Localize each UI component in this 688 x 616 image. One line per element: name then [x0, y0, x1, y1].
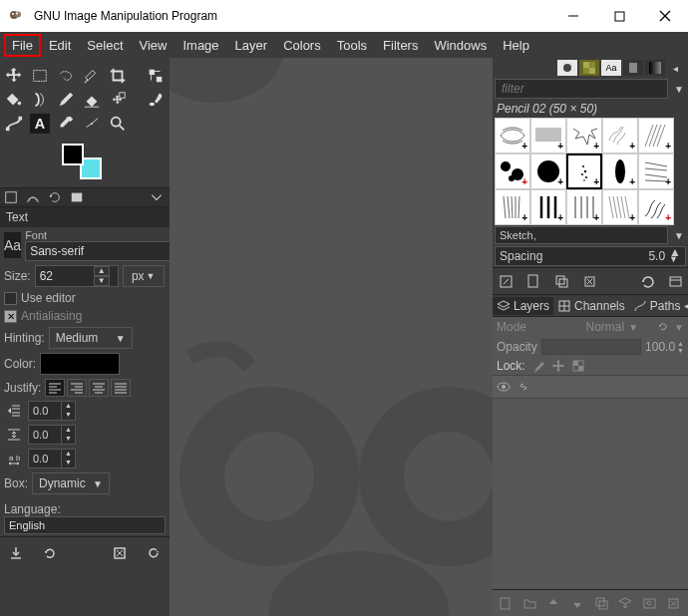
- font-input[interactable]: [25, 241, 170, 261]
- font-button[interactable]: Aa: [4, 232, 21, 258]
- menu-image[interactable]: Image: [174, 34, 226, 57]
- merge-down-icon[interactable]: [616, 594, 634, 612]
- size-down-icon[interactable]: ▼: [94, 276, 110, 286]
- menu-layer[interactable]: Layer: [227, 34, 276, 57]
- crop-tool-icon[interactable]: [108, 66, 128, 86]
- justify-left-icon[interactable]: [45, 379, 65, 397]
- save-tool-preset-icon[interactable]: [6, 543, 26, 563]
- menu-colors[interactable]: Colors: [275, 34, 329, 57]
- tag-dropdown-icon[interactable]: ▼: [670, 230, 688, 241]
- new-layer-icon[interactable]: [497, 594, 515, 612]
- lower-layer-icon[interactable]: [568, 594, 586, 612]
- transform-tool-icon[interactable]: [146, 66, 166, 86]
- opacity-slider[interactable]: [541, 339, 641, 355]
- justify-right-icon[interactable]: [67, 379, 87, 397]
- hinting-select[interactable]: Medium▼: [49, 327, 133, 349]
- free-select-tool-icon[interactable]: [56, 66, 76, 86]
- open-as-image-icon[interactable]: [666, 272, 684, 290]
- gradients-tab-icon[interactable]: [645, 60, 665, 76]
- brush-item[interactable]: +: [566, 189, 602, 225]
- undo-history-tab-icon[interactable]: [44, 188, 66, 206]
- delete-tool-preset-icon[interactable]: [110, 543, 130, 563]
- menu-file[interactable]: File: [4, 34, 41, 57]
- mode-switch-icon[interactable]: [656, 320, 670, 334]
- edit-brush-icon[interactable]: [497, 272, 515, 290]
- size-spinner[interactable]: ▲▼: [35, 265, 119, 287]
- line-spacing-spinner[interactable]: 0.0▲▼: [28, 425, 76, 445]
- box-select[interactable]: Dynamic▼: [32, 472, 110, 494]
- brush-item[interactable]: +: [495, 154, 530, 189]
- menu-tools[interactable]: Tools: [329, 34, 375, 57]
- color-swatches[interactable]: [62, 144, 106, 179]
- device-status-tab-icon[interactable]: [22, 188, 44, 206]
- configure-tab-icon[interactable]: [146, 188, 168, 206]
- brush-item[interactable]: +: [638, 189, 674, 225]
- brush-filter-input[interactable]: [495, 79, 668, 99]
- menu-edit[interactable]: Edit: [41, 34, 79, 57]
- gradient-tool-icon[interactable]: [30, 90, 50, 110]
- size-up-icon[interactable]: ▲: [94, 266, 110, 276]
- fonts-tab-icon[interactable]: Aa: [601, 60, 621, 76]
- duplicate-brush-icon[interactable]: [552, 272, 570, 290]
- letter-spacing-spinner[interactable]: 0.0▲▼: [28, 449, 76, 468]
- mask-icon[interactable]: [640, 594, 658, 612]
- eraser-tool-icon[interactable]: [82, 90, 102, 110]
- indent-spinner[interactable]: 0.0▲▼: [28, 401, 76, 421]
- canvas-area[interactable]: [170, 58, 493, 616]
- brush-item[interactable]: +: [638, 118, 674, 154]
- tool-options-tab-icon[interactable]: [0, 188, 22, 206]
- delete-brush-icon[interactable]: [580, 272, 598, 290]
- language-input[interactable]: [4, 516, 166, 534]
- brushes-tab-icon[interactable]: [557, 60, 577, 76]
- size-unit-select[interactable]: px▼: [123, 265, 165, 287]
- tab-paths[interactable]: Paths: [629, 297, 685, 315]
- configure-lower-tab-icon[interactable]: ◂: [684, 298, 688, 314]
- clone-tool-icon[interactable]: [108, 90, 128, 110]
- brush-item[interactable]: +: [602, 118, 638, 154]
- mode-dropdown-icon[interactable]: ▼: [628, 322, 638, 333]
- brush-item[interactable]: +: [602, 154, 638, 189]
- path-tool-icon[interactable]: [4, 114, 24, 134]
- lock-position-icon[interactable]: [551, 359, 565, 373]
- brush-item[interactable]: +: [495, 189, 530, 225]
- fuzzy-select-tool-icon[interactable]: [82, 66, 102, 86]
- brush-item[interactable]: +: [566, 118, 602, 154]
- lock-alpha-icon[interactable]: [571, 359, 585, 373]
- document-history-tab-icon[interactable]: [623, 60, 643, 76]
- pencil-tool-icon[interactable]: [56, 90, 76, 110]
- tab-layers[interactable]: Layers: [493, 297, 553, 315]
- move-tool-icon[interactable]: [4, 66, 24, 86]
- justify-center-icon[interactable]: [89, 379, 109, 397]
- menu-select[interactable]: Select: [79, 34, 131, 57]
- spacing-spinner[interactable]: ▲▼: [669, 249, 681, 263]
- text-color-button[interactable]: [40, 353, 120, 375]
- mode-switch-dropdown-icon[interactable]: ▼: [674, 322, 684, 333]
- filter-dropdown-icon[interactable]: ▼: [670, 84, 688, 95]
- new-brush-icon[interactable]: [524, 272, 542, 290]
- duplicate-layer-icon[interactable]: [592, 594, 610, 612]
- raise-layer-icon[interactable]: [544, 594, 562, 612]
- configure-upper-tab-icon[interactable]: ◂: [667, 60, 683, 76]
- menu-filters[interactable]: Filters: [375, 34, 426, 57]
- brush-item[interactable]: +: [638, 154, 674, 189]
- antialias-checkbox[interactable]: ✕: [4, 310, 17, 323]
- window-minimize-button[interactable]: [550, 0, 596, 32]
- window-maximize-button[interactable]: [596, 0, 642, 32]
- brush-item[interactable]: +: [530, 154, 566, 189]
- zoom-tool-icon[interactable]: [108, 114, 128, 134]
- images-tab-icon[interactable]: [66, 188, 88, 206]
- paintbrush-tool-icon[interactable]: [146, 90, 166, 110]
- link-icon[interactable]: [516, 380, 530, 394]
- menu-view[interactable]: View: [132, 34, 175, 57]
- new-layer-group-icon[interactable]: [520, 594, 538, 612]
- menu-windows[interactable]: Windows: [426, 34, 495, 57]
- lock-pixels-icon[interactable]: [531, 359, 545, 373]
- visibility-eye-icon[interactable]: [497, 380, 511, 394]
- brush-item[interactable]: +: [602, 189, 638, 225]
- text-tool-icon[interactable]: A: [30, 114, 50, 134]
- measure-tool-icon[interactable]: [82, 114, 102, 134]
- use-editor-checkbox[interactable]: [4, 292, 17, 305]
- patterns-tab-icon[interactable]: [579, 60, 599, 76]
- color-picker-tool-icon[interactable]: [56, 114, 76, 134]
- brush-item[interactable]: +: [530, 118, 566, 154]
